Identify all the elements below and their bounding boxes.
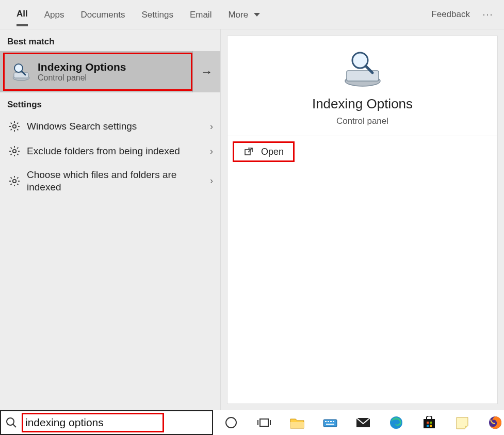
svg-line-38 [13, 424, 16, 427]
setting-item-windows-search-settings[interactable]: Windows Search settings › [0, 114, 220, 139]
gear-icon [7, 144, 22, 158]
svg-line-9 [11, 123, 12, 124]
gear-icon [7, 119, 22, 134]
svg-line-19 [17, 154, 18, 155]
chevron-right-icon: › [198, 121, 213, 132]
svg-line-20 [11, 154, 12, 155]
open-action-label: Open [261, 147, 284, 157]
section-heading-settings: Settings [0, 92, 220, 114]
tab-settings[interactable]: Settings [133, 3, 181, 26]
svg-line-30 [17, 177, 18, 178]
setting-item-exclude-folders[interactable]: Exclude folders from being indexed › [0, 139, 220, 164]
svg-rect-44 [323, 420, 337, 427]
results-pane: Best match Indexing Options Control pane [0, 29, 221, 410]
tab-all[interactable]: All [8, 2, 36, 27]
chevron-right-icon: › [198, 146, 213, 157]
svg-rect-49 [326, 424, 334, 425]
ellipsis-icon: ··· [482, 9, 493, 20]
feedback-link[interactable]: Feedback [431, 9, 470, 20]
detail-indexing-options-icon [339, 49, 386, 90]
onscreen-keyboard-icon[interactable] [321, 414, 339, 431]
svg-rect-1 [14, 73, 28, 78]
firefox-icon[interactable] [486, 414, 504, 431]
detail-pane: Indexing Options Control panel Open [227, 36, 498, 404]
svg-rect-56 [430, 425, 432, 427]
file-explorer-icon[interactable] [288, 414, 306, 431]
svg-rect-32 [347, 71, 379, 81]
ellipsis-menu-button[interactable]: ··· [480, 7, 496, 22]
svg-line-29 [11, 184, 12, 185]
svg-point-13 [13, 150, 16, 153]
best-match-subtitle: Control panel [38, 73, 126, 83]
setting-item-label: Choose which files and folders are index… [27, 169, 198, 194]
cortana-icon[interactable] [222, 414, 240, 431]
setting-item-label: Exclude folders from being indexed [27, 145, 198, 157]
svg-rect-46 [328, 421, 329, 422]
chevron-down-icon [254, 13, 260, 17]
microsoft-store-icon[interactable] [420, 414, 438, 431]
best-match-title: Indexing Options [38, 61, 126, 73]
svg-line-11 [11, 129, 12, 130]
chevron-right-icon: › [198, 175, 213, 186]
search-icon [5, 416, 18, 429]
svg-rect-48 [333, 421, 334, 422]
svg-line-28 [17, 184, 18, 185]
svg-rect-40 [260, 419, 268, 426]
open-external-icon [243, 147, 254, 157]
svg-rect-45 [325, 421, 327, 422]
settings-results-list: Windows Search settings › Exclude folder… [0, 114, 220, 199]
edge-browser-icon[interactable] [387, 414, 405, 431]
section-heading-best-match: Best match [0, 29, 220, 51]
svg-line-21 [17, 148, 18, 149]
expand-details-button[interactable]: → [192, 51, 220, 92]
tab-more[interactable]: More [220, 3, 268, 26]
taskbar-search-box[interactable] [0, 410, 213, 435]
svg-line-18 [11, 148, 12, 149]
setting-item-choose-files-and-folders[interactable]: Choose which files and folders are index… [0, 164, 220, 199]
tab-apps[interactable]: Apps [36, 3, 73, 26]
svg-line-27 [11, 177, 12, 178]
indexing-options-icon [10, 60, 32, 83]
search-input[interactable] [25, 414, 160, 431]
svg-rect-47 [330, 421, 332, 422]
mail-icon[interactable] [354, 414, 372, 431]
svg-line-12 [17, 123, 18, 124]
svg-point-22 [13, 180, 16, 183]
best-match-result[interactable]: Indexing Options Control panel [3, 53, 192, 91]
gear-icon [7, 174, 22, 188]
taskbar [0, 410, 504, 435]
svg-rect-43 [290, 422, 304, 428]
svg-rect-53 [427, 422, 429, 424]
tab-email[interactable]: Email [182, 3, 220, 26]
search-highlight [22, 413, 164, 432]
svg-point-39 [226, 417, 236, 428]
task-view-icon[interactable] [255, 414, 273, 431]
svg-rect-55 [427, 425, 429, 427]
setting-item-label: Windows Search settings [27, 120, 198, 133]
arrow-right-icon: → [201, 65, 213, 79]
tab-more-label: More [228, 10, 248, 20]
detail-title: Indexing Options [312, 96, 413, 112]
svg-line-10 [17, 129, 18, 130]
sticky-notes-icon[interactable] [453, 414, 471, 431]
tab-documents[interactable]: Documents [72, 3, 133, 26]
svg-rect-52 [424, 419, 435, 428]
svg-rect-54 [430, 422, 432, 424]
svg-point-4 [13, 125, 16, 128]
detail-subtitle: Control panel [336, 116, 388, 126]
filter-tabs: All Apps Documents Settings Email More F… [0, 0, 504, 29]
open-action-button[interactable]: Open [233, 141, 295, 162]
svg-point-37 [7, 418, 14, 425]
